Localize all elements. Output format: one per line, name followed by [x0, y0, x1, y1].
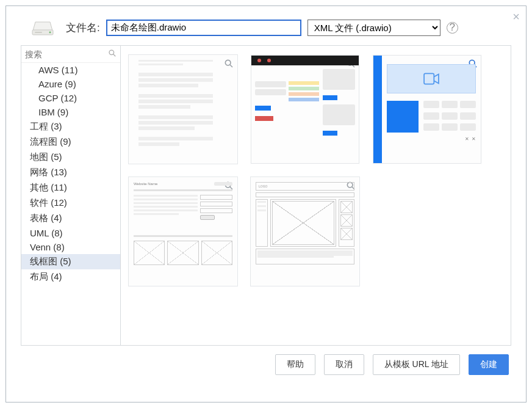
- template-thumb[interactable]: [128, 54, 238, 164]
- svg-point-5: [225, 60, 231, 65]
- header-row: 文件名: XML 文件 (.drawio) ?: [6, 6, 526, 45]
- search-row: [21, 46, 120, 63]
- close-button[interactable]: ×: [512, 10, 520, 24]
- sidebar-item[interactable]: UML (8): [21, 226, 120, 240]
- sidebar: AWS (11)Azure (9)GCP (12)IBM (9)工程 (3)流程…: [21, 45, 121, 346]
- template-thumb[interactable]: LOGO: [250, 177, 360, 286]
- svg-point-1: [49, 32, 51, 34]
- from-template-url-button[interactable]: 从模板 URL 地址: [373, 354, 460, 375]
- svg-rect-11: [424, 73, 434, 84]
- new-file-dialog: × 文件名: XML 文件 (.drawio) ? AWS (11)Azu: [5, 5, 527, 403]
- create-button[interactable]: 创建: [469, 354, 509, 375]
- sidebar-item[interactable]: GCP (12): [21, 91, 120, 105]
- drive-icon: [31, 18, 55, 37]
- footer: 帮助 取消 从模板 URL 地址 创建: [6, 346, 526, 384]
- svg-line-6: [230, 65, 232, 67]
- sidebar-item[interactable]: 线框图 (5): [21, 254, 120, 269]
- sidebar-item[interactable]: Azure (9): [21, 77, 120, 91]
- magnify-icon[interactable]: [224, 59, 234, 68]
- sidebar-item[interactable]: 表格 (4): [21, 211, 120, 226]
- template-thumb[interactable]: [250, 54, 360, 164]
- sidebar-item[interactable]: IBM (9): [21, 105, 120, 119]
- filetype-select[interactable]: XML 文件 (.drawio): [307, 20, 440, 36]
- template-panel: ✕ ✕ Website Name: [121, 45, 511, 346]
- templates-grid: ✕ ✕ Website Name: [128, 54, 503, 286]
- sidebar-item[interactable]: 其他 (11): [21, 180, 120, 195]
- help-button[interactable]: 帮助: [275, 354, 315, 375]
- sidebar-item[interactable]: AWS (11): [21, 63, 120, 77]
- sidebar-item[interactable]: 网络 (13): [21, 165, 120, 180]
- sidebar-item[interactable]: 地图 (5): [21, 150, 120, 165]
- sidebar-item[interactable]: 布局 (4): [21, 269, 120, 285]
- filename-label: 文件名:: [66, 21, 100, 35]
- cancel-button[interactable]: 取消: [324, 354, 364, 375]
- filename-input[interactable]: [106, 20, 301, 36]
- sidebar-item[interactable]: 工程 (3): [21, 119, 120, 134]
- template-thumb[interactable]: Website Name: [128, 177, 238, 286]
- sidebar-item[interactable]: Venn (8): [21, 240, 120, 254]
- category-tree[interactable]: AWS (11)Azure (9)GCP (12)IBM (9)工程 (3)流程…: [21, 63, 120, 345]
- search-input[interactable]: [21, 46, 135, 62]
- body-row: AWS (11)Azure (9)GCP (12)IBM (9)工程 (3)流程…: [6, 45, 526, 346]
- sidebar-item[interactable]: 流程图 (9): [21, 134, 120, 150]
- svg-rect-2: [35, 32, 42, 33]
- sidebar-item[interactable]: 软件 (12): [21, 195, 120, 211]
- template-thumb[interactable]: ✕ ✕: [372, 54, 482, 164]
- help-icon[interactable]: ?: [447, 22, 458, 34]
